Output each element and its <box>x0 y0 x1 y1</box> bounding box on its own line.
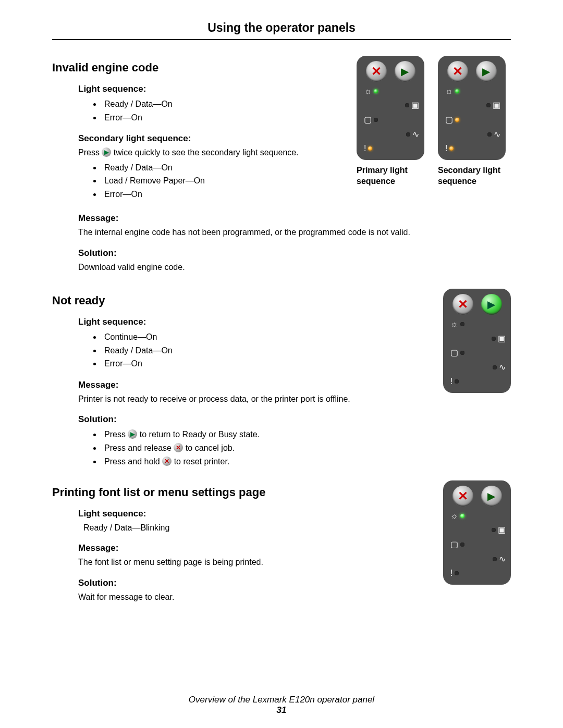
message-text: The font list or menu setting page is be… <box>78 557 427 568</box>
list-item: Ready / Data—On <box>102 97 341 111</box>
paper-icon: ▢ <box>364 116 372 124</box>
jam-icon: ∿ <box>499 555 506 563</box>
ready-icon: ☼ <box>450 320 458 328</box>
solution-label: Solution: <box>78 578 427 588</box>
panel-primary: ✕ ▶ ☼ ▣ ▢ ∿ ! <box>357 56 424 160</box>
secondary-seq-label: Secondary light sequence: <box>78 133 341 144</box>
list-item: Load / Remove Paper—On <box>102 174 341 188</box>
page-title: Using the operator panels <box>52 21 511 35</box>
section-heading: Printing font list or menu settings page <box>52 486 427 499</box>
jam-icon: ∿ <box>412 130 419 139</box>
list-item: Ready / Data—On <box>102 344 427 357</box>
light-seq-label: Light sequence: <box>78 84 341 94</box>
toner-led <box>492 337 496 341</box>
message-text: Printer is not ready to receive or proce… <box>78 393 427 405</box>
continue-button: ▶ <box>481 486 502 507</box>
solution-label: Solution: <box>78 414 427 425</box>
paper-led <box>460 351 464 355</box>
error-led <box>455 571 459 575</box>
secondary-seq-intro: Press ▶ twice quickly to see the seconda… <box>78 147 341 158</box>
paper-led <box>460 542 464 547</box>
list-item: Error—On <box>102 188 341 201</box>
ready-led <box>374 89 378 93</box>
panel-not-ready: ✕ ▶ ☼ ▣ ▢ ∿ ! <box>443 289 511 393</box>
error-icon: ! <box>445 144 447 153</box>
panel-caption: Primary light sequence <box>357 165 430 187</box>
cancel-button: ✕ <box>452 294 473 315</box>
message-text: The internal engine code has not been pr… <box>78 227 511 238</box>
paper-icon: ▢ <box>445 116 453 124</box>
message-label: Message: <box>78 380 427 390</box>
jam-led <box>493 557 497 561</box>
solution-label: Solution: <box>78 248 511 258</box>
ready-icon: ☼ <box>450 512 458 520</box>
list-item: Ready / Data—On <box>102 161 341 175</box>
list-item: Continue—On <box>102 330 427 344</box>
paper-icon: ▢ <box>450 540 458 549</box>
cancel-button: ✕ <box>447 61 468 82</box>
secondary-seq-list: Ready / Data—On Load / Remove Paper—On E… <box>91 161 341 201</box>
panel-caption: Secondary light sequence <box>438 165 511 187</box>
list-item: Press and release ✕ to cancel job. <box>102 441 427 455</box>
list-item: Error—On <box>102 111 341 125</box>
solution-text: Wait for message to clear. <box>78 591 427 603</box>
error-led <box>368 146 372 151</box>
panel-printing: ✕ ▶ ☼ ▣ ▢ ∿ ! <box>443 480 511 585</box>
paper-led <box>455 118 459 122</box>
paper-icon: ▢ <box>450 349 458 357</box>
light-seq-label: Light sequence: <box>78 509 427 519</box>
jam-led <box>406 132 410 137</box>
toner-icon: ▣ <box>498 526 506 534</box>
toner-led <box>405 103 409 107</box>
cancel-button: ✕ <box>452 486 473 507</box>
light-seq-list: Continue—On Ready / Data—On Error—On <box>91 330 427 371</box>
ready-led <box>460 514 464 518</box>
section-heading: Not ready <box>52 294 427 307</box>
cancel-button-icon: ✕ <box>162 456 172 466</box>
error-led <box>449 146 454 151</box>
cancel-button-icon: ✕ <box>174 443 183 452</box>
cancel-button: ✕ <box>366 61 387 82</box>
error-icon: ! <box>364 144 366 153</box>
light-seq-text: Ready / Data—Blinking <box>83 522 427 534</box>
continue-button-icon: ▶ <box>102 147 111 157</box>
ready-led <box>455 89 459 93</box>
continue-button-icon: ▶ <box>128 429 137 439</box>
toner-icon: ▣ <box>498 335 506 343</box>
panel-secondary: ✕ ▶ ☼ ▣ ▢ ∿ ! <box>438 56 506 160</box>
toner-led <box>492 528 496 532</box>
list-item: Press ▶ to return to Ready or Busy state… <box>102 428 427 441</box>
page-footer: Overview of the Lexmark E120n operator p… <box>0 695 563 715</box>
toner-icon: ▣ <box>411 101 419 109</box>
message-label: Message: <box>78 213 511 224</box>
section-heading: Invalid engine code <box>52 61 341 75</box>
light-seq-label: Light sequence: <box>78 317 427 327</box>
list-item: Error—On <box>102 357 427 371</box>
footer-text: Overview of the Lexmark E120n operator p… <box>189 695 374 705</box>
error-icon: ! <box>450 569 452 577</box>
message-label: Message: <box>78 543 427 553</box>
paper-led <box>374 118 378 122</box>
error-led <box>455 379 459 384</box>
ready-icon: ☼ <box>364 87 372 95</box>
jam-icon: ∿ <box>499 363 506 372</box>
title-rule <box>52 39 511 40</box>
jam-icon: ∿ <box>494 130 500 139</box>
solution-list: Press ▶ to return to Ready or Busy state… <box>91 428 427 468</box>
toner-led <box>486 103 491 107</box>
solution-text: Download valid engine code. <box>78 262 511 273</box>
toner-icon: ▣ <box>493 101 500 109</box>
continue-button: ▶ <box>476 61 497 82</box>
ready-icon: ☼ <box>445 87 453 95</box>
list-item: Press and hold ✕ to reset printer. <box>102 455 427 468</box>
light-seq-list: Ready / Data—On Error—On <box>91 97 341 124</box>
ready-led <box>460 322 464 326</box>
continue-button: ▶ <box>481 294 502 315</box>
page-number: 31 <box>0 705 563 715</box>
error-icon: ! <box>450 377 452 386</box>
continue-button: ▶ <box>395 61 415 82</box>
jam-led <box>493 365 497 369</box>
jam-led <box>487 132 492 137</box>
